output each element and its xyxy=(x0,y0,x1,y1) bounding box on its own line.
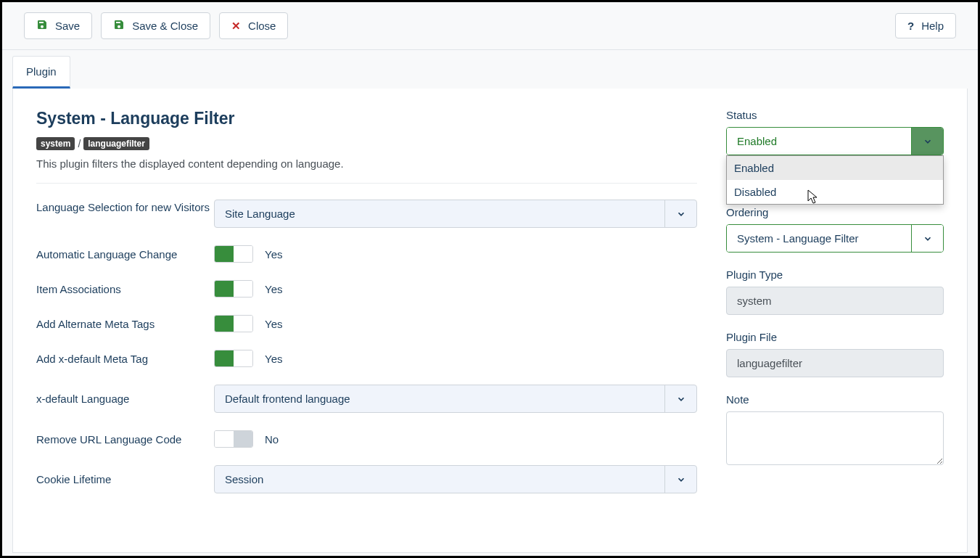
select-value: Session xyxy=(215,466,273,493)
chevron-down-icon xyxy=(911,128,943,155)
field-xdefault-meta: Add x-default Meta Tag Yes xyxy=(36,350,697,367)
close-button[interactable]: ✕ Close xyxy=(219,12,288,39)
label-plugin-file: Plugin File xyxy=(726,331,944,343)
chevron-down-icon xyxy=(911,225,943,252)
divider xyxy=(36,183,697,184)
status-dropdown: Enabled Disabled xyxy=(726,155,944,205)
input-plugin-file: languagefilter xyxy=(726,349,944,377)
close-label: Close xyxy=(248,20,276,32)
select-cookie-lifetime[interactable]: Session xyxy=(214,465,697,493)
select-value: Site Language xyxy=(215,200,305,227)
save-close-label: Save & Close xyxy=(132,20,198,32)
label-xdefault-lang: x-default Language xyxy=(36,391,214,406)
content: System - Language Filter system / langua… xyxy=(12,89,968,553)
close-icon: ✕ xyxy=(231,20,241,33)
badge-separator: / xyxy=(78,138,81,149)
label-note: Note xyxy=(726,393,944,406)
field-plugin-type: Plugin Type system xyxy=(726,268,944,315)
label-remove-url: Remove URL Language Code xyxy=(36,432,214,447)
save-close-button[interactable]: Save & Close xyxy=(101,12,210,39)
field-note: Note xyxy=(726,393,944,467)
label-plugin-type: Plugin Type xyxy=(726,268,944,281)
toggle-value: Yes xyxy=(265,248,282,260)
save-icon xyxy=(113,19,125,33)
field-alt-meta: Add Alternate Meta Tags Yes xyxy=(36,315,697,332)
field-ordering: Ordering System - Language Filter xyxy=(726,206,944,253)
label-cookie-lifetime: Cookie Lifetime xyxy=(36,472,214,487)
toggle-auto-lang-change[interactable] xyxy=(214,245,253,263)
select-value: System - Language Filter xyxy=(727,225,911,252)
field-plugin-file: Plugin File languagefilter xyxy=(726,331,944,377)
help-icon: ? xyxy=(907,20,914,32)
label-language-selection: Language Selection for new Visitors xyxy=(36,200,214,215)
toggle-value: Yes xyxy=(265,283,282,295)
label-status: Status xyxy=(726,109,944,121)
chevron-down-icon xyxy=(664,200,696,227)
toggle-value: No xyxy=(265,433,279,446)
toggle-xdefault-meta[interactable] xyxy=(214,350,253,367)
toggle-value: Yes xyxy=(265,353,282,365)
label-auto-lang-change: Automatic Language Change xyxy=(36,247,214,262)
select-value: Default frontend language xyxy=(215,385,361,412)
sidebar-column: Status Enabled Enabled Disabled Ordering… xyxy=(726,109,944,532)
textarea-note[interactable] xyxy=(726,411,944,465)
field-auto-lang-change: Automatic Language Change Yes xyxy=(36,245,697,263)
select-ordering[interactable]: System - Language Filter xyxy=(726,224,944,253)
label-ordering: Ordering xyxy=(726,206,944,218)
save-label: Save xyxy=(55,20,80,32)
tab-plugin[interactable]: Plugin xyxy=(12,56,70,89)
select-xdefault-lang[interactable]: Default frontend language xyxy=(214,385,697,413)
select-status[interactable]: Enabled Enabled Disabled xyxy=(726,127,944,155)
field-language-selection: Language Selection for new Visitors Site… xyxy=(36,200,697,228)
label-item-associations: Item Associations xyxy=(36,282,214,297)
status-option-enabled[interactable]: Enabled xyxy=(727,156,943,180)
toggle-value: Yes xyxy=(265,318,282,330)
input-plugin-type: system xyxy=(726,287,944,315)
toolbar: Save Save & Close ✕ Close ? Help xyxy=(2,2,978,50)
chevron-down-icon xyxy=(664,466,696,493)
label-alt-meta: Add Alternate Meta Tags xyxy=(36,316,214,332)
badge-languagefilter: languagefilter xyxy=(83,137,149,150)
chevron-down-icon xyxy=(664,385,696,412)
field-remove-url: Remove URL Language Code No xyxy=(36,430,697,448)
save-button[interactable]: Save xyxy=(24,12,92,39)
select-value: Enabled xyxy=(727,128,911,155)
save-icon xyxy=(36,19,48,33)
badge-system: system xyxy=(36,137,75,150)
label-xdefault-meta: Add x-default Meta Tag xyxy=(36,351,214,366)
status-option-disabled[interactable]: Disabled xyxy=(727,180,943,204)
toggle-remove-url[interactable] xyxy=(214,430,253,448)
select-language-selection[interactable]: Site Language xyxy=(214,200,697,228)
plugin-description: This plugin filters the displayed conten… xyxy=(36,157,697,170)
field-status: Status Enabled Enabled Disabled xyxy=(726,109,944,155)
tabs: Plugin xyxy=(2,56,978,89)
toggle-alt-meta[interactable] xyxy=(214,315,253,332)
breadcrumb-badges: system / languagefilter xyxy=(36,137,697,150)
field-cookie-lifetime: Cookie Lifetime Session xyxy=(36,465,697,493)
toggle-item-associations[interactable] xyxy=(214,280,253,298)
field-item-associations: Item Associations Yes xyxy=(36,280,697,298)
help-button[interactable]: ? Help xyxy=(895,13,956,38)
help-label: Help xyxy=(921,20,944,32)
field-xdefault-lang: x-default Language Default frontend lang… xyxy=(36,385,697,413)
tab-plugin-label: Plugin xyxy=(26,65,57,78)
toolbar-left: Save Save & Close ✕ Close xyxy=(24,12,288,39)
main-column: System - Language Filter system / langua… xyxy=(36,109,697,532)
page-title: System - Language Filter xyxy=(36,109,697,128)
